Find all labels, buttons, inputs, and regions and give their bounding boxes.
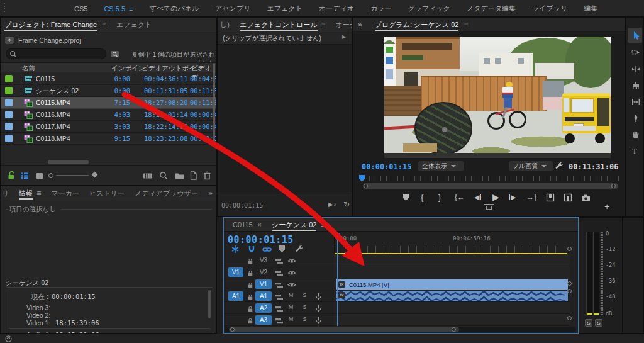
zoom-out-handle[interactable] [48, 173, 53, 178]
track-lane-a2[interactable] [334, 302, 570, 314]
item-name[interactable]: C0117.MP4 [36, 123, 70, 130]
program-current-timecode[interactable]: 00:00:01:15 [362, 162, 411, 171]
timeline-marker-icon[interactable] [279, 245, 285, 252]
step-forward-icon[interactable]: ▶ [509, 193, 516, 201]
item-name[interactable]: シーケンス 02 [36, 87, 79, 96]
effects-timecode[interactable]: 00:00:01:15 [221, 202, 263, 209]
timeline-ruler[interactable]: 00:00 00:04:59:16 [334, 232, 572, 253]
project-vscrollbar[interactable] [213, 63, 215, 145]
search-input[interactable] [19, 49, 103, 59]
video-clip-c0115[interactable]: fx C0115.MP4 [V] [336, 279, 568, 290]
item-name[interactable]: C0115 [36, 75, 55, 82]
lock-icon[interactable] [245, 292, 255, 302]
voiceover-mic-icon[interactable] [313, 291, 323, 301]
panel-menu-icon[interactable]: ≡ [36, 186, 41, 200]
workspace-tab-graphics[interactable]: グラフィック [408, 4, 450, 13]
item-name[interactable]: C0116.MP4 [36, 111, 70, 118]
label-color-swatch[interactable] [5, 135, 13, 142]
workspace-tab-effects[interactable]: エフェクト [267, 4, 303, 13]
solo-left-button[interactable]: S [585, 319, 592, 327]
project-row-c0115-seq[interactable]: C0115 0:00 00:04:36:11 00:04:36:1 [1, 73, 216, 85]
label-color-swatch[interactable] [5, 87, 13, 94]
linked-selection-icon[interactable] [262, 244, 272, 254]
info-vscrollbar[interactable] [208, 290, 211, 318]
close-icon[interactable]: × [258, 218, 262, 232]
panel-menu-icon[interactable]: ≡ [464, 18, 468, 31]
program-time-ruler[interactable] [358, 176, 622, 181]
nest-sequences-icon[interactable] [230, 244, 240, 254]
project-hscrollbar[interactable] [48, 160, 89, 164]
program-scrollbar[interactable] [363, 183, 618, 189]
track-header-v3[interactable]: V3 [224, 254, 334, 266]
track-name-a1[interactable]: A1 [255, 291, 272, 301]
list-view-icon[interactable] [19, 171, 30, 181]
sync-lock-icon[interactable] [274, 256, 284, 266]
lock-icon[interactable] [245, 316, 255, 326]
zoom-slider[interactable] [56, 175, 89, 176]
label-color-swatch[interactable] [5, 99, 13, 106]
selection-tool-icon[interactable] [631, 30, 641, 40]
bin-up-icon[interactable] [4, 35, 14, 45]
creative-cloud-sync-icon[interactable] [5, 335, 12, 342]
panel-menu-icon[interactable]: ≡ [321, 18, 326, 31]
go-to-in-icon[interactable]: {← [455, 193, 465, 201]
project-columns-header[interactable]: 名前 インポイン ビデオアウトポイン ビデオデ [1, 62, 216, 72]
solo-button[interactable]: S [301, 303, 309, 312]
timeline-hscroll-thumb[interactable] [229, 327, 459, 332]
fit-dropdown[interactable]: 全体表示 [418, 161, 464, 171]
track-output-eye-icon[interactable] [287, 256, 297, 266]
label-color-swatch[interactable] [5, 75, 13, 82]
track-output-eye-icon[interactable] [287, 267, 297, 278]
track-output-eye-icon[interactable] [287, 279, 297, 290]
slip-tool-icon[interactable] [631, 97, 641, 107]
project-row-c0117mp4[interactable]: C0117.MP4 3:03 18:22:14:08 00:00:41:0 [1, 121, 216, 133]
audio-clip-c0115[interactable]: fx [336, 291, 568, 301]
tab-program[interactable]: プログラム: シーケンス 02 [375, 18, 459, 31]
tab-history[interactable]: ヒストリー [89, 186, 125, 200]
column-name[interactable]: 名前 [22, 64, 35, 73]
tab-info[interactable]: 情報 [19, 186, 33, 200]
hand-tool-icon[interactable] [631, 130, 641, 140]
item-name[interactable]: C0118.MP4 [36, 135, 70, 142]
track-header-a1[interactable]: A1 A1 M S [224, 290, 334, 302]
lift-icon[interactable] [545, 193, 555, 203]
tab-markers[interactable]: マーカー [51, 186, 79, 200]
track-name-v3[interactable]: V3 [255, 256, 272, 265]
loop-icon[interactable]: ↻ [343, 200, 350, 209]
mute-button[interactable]: M [287, 303, 295, 312]
project-row-c0115mp4-selected[interactable]: C0115.MP4 7:15 18:27:08:20 00:11:31:0 [1, 97, 216, 109]
add-marker-icon[interactable] [403, 194, 409, 201]
lock-icon[interactable] [245, 256, 255, 266]
timeline-hscrollbar[interactable] [225, 327, 576, 332]
new-bin-icon[interactable] [174, 171, 184, 181]
find-button-icon[interactable] [158, 171, 169, 181]
go-to-out-icon[interactable]: →} [526, 193, 536, 201]
solo-button[interactable]: S [301, 315, 309, 323]
tab-effect-controls[interactable]: エフェクトコントロール [240, 18, 318, 31]
track-resize-handle[interactable] [567, 316, 572, 320]
track-name-v1[interactable]: V1 [255, 279, 272, 289]
solo-button[interactable]: S [301, 291, 309, 300]
tab-project[interactable]: プロジェクト: Frame Change [4, 18, 97, 31]
label-color-swatch[interactable] [5, 123, 13, 130]
zoom-slider-thumb[interactable] [92, 172, 98, 178]
workspace-tab-libraries[interactable]: ライブラリ [532, 4, 567, 13]
workspace-tab-edit[interactable]: 編集 [584, 4, 597, 13]
track-lane-v1[interactable]: fx C0115.MP4 [V] [334, 278, 570, 290]
mute-button[interactable]: M [287, 315, 295, 323]
project-file-name[interactable]: Frame Change.prproj [18, 37, 81, 44]
track-lane-v3[interactable] [334, 254, 570, 266]
column-in-point[interactable]: インポイン [111, 64, 145, 73]
mark-in-icon[interactable]: { [421, 193, 423, 202]
item-name[interactable]: C0115.MP4 [36, 99, 70, 106]
search-box[interactable] [6, 48, 106, 59]
icon-view-icon[interactable] [35, 171, 45, 181]
workspace-tab-cs55[interactable]: CS 5.5≡ [104, 5, 133, 13]
voiceover-mic-icon[interactable] [313, 303, 323, 313]
panel-overflow-icon[interactable]: » [208, 186, 213, 200]
type-tool-icon[interactable]: T [632, 146, 637, 156]
tab-timeline-c0115[interactable]: C0115× [233, 218, 262, 232]
tab-timeline-sequence-02[interactable]: シーケンス 02 [272, 218, 316, 232]
tab-effects-panel[interactable]: エフェクト [116, 18, 152, 31]
scroll-handle-right[interactable] [452, 327, 456, 332]
